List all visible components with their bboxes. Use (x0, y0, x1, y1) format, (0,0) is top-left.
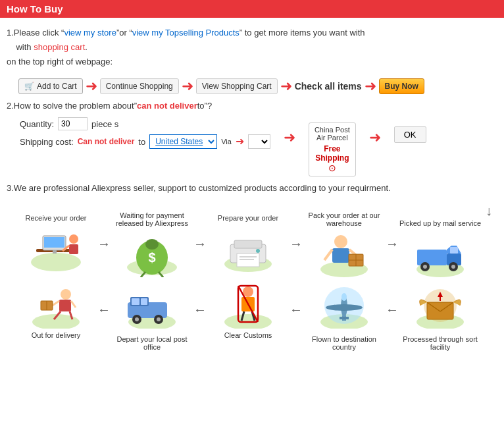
arrow1: ➜ (86, 79, 97, 94)
page-header: How To Buy (0, 0, 504, 18)
flow-icon-pickup (411, 231, 470, 277)
svg-point-58 (243, 286, 253, 297)
flow-label-receive: Receive your order (26, 203, 87, 222)
free-shipping-info: Free Shipping ⊙ (315, 144, 350, 173)
svg-line-25 (324, 250, 332, 260)
flow-icon-delivery (26, 282, 86, 329)
customs-icon (218, 282, 278, 329)
svg-rect-51 (132, 298, 139, 305)
svg-rect-11 (148, 240, 156, 246)
svg-rect-18 (237, 254, 259, 267)
svg-point-56 (157, 317, 161, 321)
flow-label-prepare: Prepare your order (218, 203, 278, 222)
delivery-man-icon (26, 282, 86, 329)
svg-point-38 (451, 265, 455, 269)
check-all-items-label: Check all items (295, 81, 362, 92)
svg-rect-17 (234, 240, 262, 248)
flow-section: Receive your order (7, 203, 497, 355)
flow-label-flown: Flown to destination country (301, 331, 387, 351)
buy-now-btn[interactable]: Buy Now (379, 78, 424, 94)
flow-icon-sort (411, 282, 470, 329)
sort-facility-icon (411, 282, 470, 329)
flow-icon-prepare (218, 226, 278, 272)
cart-icon: 🛒 (24, 82, 34, 91)
step1-text-mid1: ”or “ (116, 28, 132, 38)
step2-section: 2.How to solve the problem about”can not… (7, 101, 497, 111)
flow-icon-payment: $ (122, 231, 182, 277)
printer-icon (218, 226, 278, 272)
worker-icon (315, 231, 374, 277)
flow-item-pack: Pack your order at our warehouse (301, 203, 387, 277)
arrow4: ➜ (365, 79, 376, 94)
flow-label-pickup: Picked up by mail service (399, 203, 481, 227)
down-arrow-icon: ↓ (486, 203, 492, 219)
svg-point-23 (334, 235, 347, 248)
flow-icon-customs (218, 282, 278, 329)
header-title: How To Buy (7, 3, 63, 14)
flow-item-payment: Waiting for payment released by Aliexpre… (109, 203, 195, 277)
check-icon: ⊙ (328, 163, 336, 173)
qty-unit: piece s (91, 119, 118, 129)
china-post-sub: Air Parcel (315, 134, 350, 142)
svg-point-5 (69, 234, 78, 244)
country-select[interactable]: United States (149, 134, 217, 149)
svg-rect-52 (141, 298, 147, 305)
ship-arrow: ➜ (236, 136, 244, 147)
qty-label: Quantity: (20, 119, 54, 129)
ok-button[interactable]: OK (394, 126, 426, 143)
view-cart-label: View Shopping Cart (202, 82, 272, 91)
cannot-deliver-text: can not deliver (137, 101, 197, 111)
ok-section: OK (394, 117, 426, 143)
svg-point-67 (326, 304, 363, 311)
flow-label-pack: Pack your order at our warehouse (301, 203, 387, 227)
arrow2: ➜ (182, 79, 193, 94)
cannot-deliver-badge: Can not deliver (78, 137, 135, 146)
person-computer-icon (26, 226, 86, 272)
svg-line-43 (71, 301, 76, 308)
step1-section: 1.Please click “view my store”or “view m… (7, 26, 497, 69)
view-cart-btn[interactable]: View Shopping Cart (196, 78, 278, 94)
continue-shopping-btn[interactable]: Continue Shopping (100, 78, 179, 94)
china-post-box: China Post Air Parcel Free Shipping ⊙ (309, 122, 356, 176)
step1-text-mid2: ” to get more items you want with (239, 28, 365, 38)
qty-row: Quantity: piece s (20, 117, 270, 130)
free-label: Free (324, 144, 340, 153)
svg-rect-3 (44, 237, 64, 248)
view-topselling-link[interactable]: view my Topselling Products (132, 28, 239, 38)
qty-input[interactable] (58, 117, 88, 130)
flow-label-customs: Clear Customs (224, 331, 272, 339)
flow-top-row: Receive your order (7, 203, 497, 277)
add-to-cart-btn[interactable]: 🛒 Add to Cart (18, 78, 83, 94)
flow-label-depart: Depart your local post office (109, 331, 195, 351)
flow-item-delivery: Out for delivery (13, 282, 99, 343)
svg-rect-34 (450, 247, 458, 254)
svg-rect-4 (53, 250, 57, 254)
van-icon (122, 282, 182, 329)
flow-label-payment: Waiting for payment released by Aliexpre… (109, 203, 195, 227)
shipping-form: Quantity: piece s Shipping cost: Can not… (20, 117, 270, 149)
cart-flow: 🛒 Add to Cart ➜ Continue Shopping ➜ View… (18, 78, 497, 94)
ship-to-text: to (138, 137, 145, 147)
continue-shopping-label: Continue Shopping (106, 82, 173, 91)
flow-item-prepare: Prepare your order (205, 203, 291, 272)
shipping-section: Quantity: piece s Shipping cost: Can not… (20, 117, 497, 176)
add-to-cart-label: Add to Cart (37, 82, 77, 91)
shipping-method-select[interactable] (248, 134, 270, 149)
step2-title: 2.How to solve the problem about” (7, 101, 137, 111)
step3-section: 3.We are professional Aliexpress seller,… (7, 183, 497, 193)
via-text: Via (221, 138, 232, 146)
shopping-cart-link[interactable]: shopping cart (34, 42, 85, 52)
flow-item-pickup: Picked up by mail service (397, 203, 483, 277)
svg-rect-31 (417, 250, 447, 265)
flow-icon-flown (315, 282, 374, 329)
shipping-label: Shipping (315, 153, 349, 163)
flow-arrow-b4: → (387, 282, 397, 317)
svg-rect-41 (59, 300, 71, 311)
flow-icon-receive (26, 226, 86, 272)
flow-item-sort: Processed through sort facility (397, 282, 483, 355)
svg-rect-6 (69, 244, 78, 254)
flow-arrow-b2: → (195, 282, 205, 317)
step3-text: 3.We are professional Aliexpress seller,… (7, 183, 391, 193)
step1-text-below: on the top right of webpage: (7, 57, 113, 67)
view-store-link[interactable]: view my store (64, 28, 116, 38)
